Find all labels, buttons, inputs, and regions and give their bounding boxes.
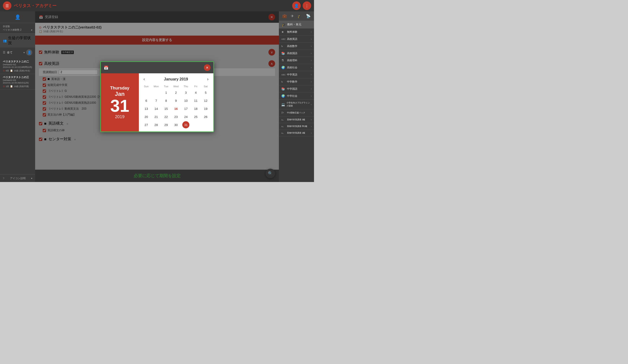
cal-cell-9[interactable]: 9 [172, 97, 179, 104]
cal-cell-14[interactable]: 14 [153, 105, 160, 112]
cal-cell-30[interactable]: 30 [172, 121, 179, 128]
chevron-down-icon: ▾ [31, 177, 32, 180]
cal-cell-23[interactable]: 23 [172, 113, 179, 120]
subject-icon: fx [281, 81, 286, 83]
cal-cell-7[interactable]: 7 [153, 97, 160, 104]
cal-cell-31-selected[interactable]: 31 [182, 121, 189, 128]
chevron-right-icon: › [311, 31, 312, 33]
cal-cell-18[interactable]: 18 [192, 105, 199, 112]
calendar-modal: 📅 ✕ Thursday Jan 31 2019 [100, 61, 214, 132]
subject-left: fx 中学数学 [281, 80, 297, 83]
cal-cell-24[interactable]: 24 [182, 113, 189, 120]
icon-explain-section[interactable]: ? アイコン説明 ▾ [0, 174, 35, 182]
subject-left: Aₑ 英検®対策講座 2級 [281, 132, 305, 135]
cal-cell-1[interactable]: 1 [162, 89, 170, 96]
subject-left: Aₑ 英検®対策講座 準2級 [281, 125, 307, 128]
cal-cell-29[interactable]: 29 [162, 121, 170, 128]
subject-item-mid-japanese[interactable]: 📚 中学国語 › [279, 85, 314, 92]
header-left: ☰ ベリタス・アカデミー [3, 1, 57, 10]
next-month-button[interactable]: › [205, 76, 211, 82]
cal-cell-8[interactable]: 8 [162, 97, 170, 104]
more-button[interactable]: ⋮ [303, 1, 311, 10]
cal-cell-12[interactable]: 12 [202, 97, 209, 104]
add-student-button[interactable]: 👤 [26, 49, 32, 56]
school-label: 学習塾 [3, 25, 32, 28]
cal-cell-20[interactable]: 20 [143, 113, 150, 120]
header-right: 👤 ⋮ [292, 1, 311, 10]
cal-cell-6[interactable]: 6 [143, 97, 150, 104]
modal-overlay: 📅 ✕ Thursday Jan 31 2019 [35, 11, 279, 182]
subject-item-eiken3[interactable]: Aₑ 英検®対策講座 3級 › [279, 117, 314, 123]
subject-item-high-science[interactable]: ⚗ 高校理科 › [279, 57, 314, 64]
cal-cell-3[interactable]: 3 [182, 89, 189, 96]
subject-item-free[interactable]: ★ 無料体験 › [279, 28, 314, 36]
subject-item-eiken2[interactable]: Aₑ 英検®対策講座 2級 › [279, 130, 314, 137]
chevron-down-icon: ▾ [23, 51, 25, 54]
graduation-icon[interactable]: 🎓 [297, 14, 302, 18]
cal-cell-25[interactable]: 25 [192, 113, 199, 120]
cal-cell-19[interactable]: 19 [202, 105, 209, 112]
cal-cell-17[interactable]: 17 [182, 105, 189, 112]
student-item[interactable]: ベリタステストニの二 (veritas02-02) 2019-01-15 16:… [0, 58, 35, 74]
subject-left: 💻 小学生向けプログラミング講座 [281, 101, 311, 107]
subject-left: ABC 中学英語 [281, 73, 297, 76]
cal-cell-5[interactable]: 5 [202, 89, 209, 96]
left-sidebar: 👤 学習塾 ベリタス体験塾 2 ▾ 👥 生徒の学習状況 ☰ 全て ▾ 👤 ベリタ… [0, 11, 35, 182]
filter-dropdown[interactable]: 全て [7, 51, 22, 55]
subject-item-exam-pack[interactable]: 🏳 中3受験応援パック › [279, 109, 314, 117]
cal-cell-4[interactable]: 4 [192, 89, 199, 96]
prev-month-button[interactable]: ‹ [142, 76, 147, 82]
subject-item-high-math[interactable]: fx 高校数学 › [279, 43, 314, 50]
subject-item-mid-math[interactable]: fx 中学数学 › [279, 78, 314, 85]
logo: ベリタス・アカデミー [14, 3, 57, 8]
radio-icon[interactable]: 📡 [306, 14, 311, 18]
subject-icon: ABC [281, 38, 286, 40]
cal-cell-11[interactable]: 11 [192, 97, 199, 104]
briefcase-icon[interactable]: 💼 [282, 14, 287, 18]
subject-name: 高校理科 [287, 59, 297, 62]
cal-cell-16-today[interactable]: 16 [172, 105, 179, 112]
cal-cell-27[interactable]: 27 [143, 121, 150, 128]
list-icon: ☰ [3, 51, 5, 54]
send-icon[interactable]: ✈ [291, 14, 294, 18]
subject-item-high-english[interactable]: ABC 高校英語 › [279, 36, 314, 43]
cal-cell-2[interactable]: 2 [172, 89, 179, 96]
calendar-close-button[interactable]: ✕ [204, 64, 211, 71]
subject-item-eiken-pre2[interactable]: Aₑ 英検®対策講座 準2級 › [279, 123, 314, 130]
student-age: 19歳 (高校卒業) [14, 85, 29, 88]
day-header-tue: Tue [161, 84, 171, 88]
subject-name: 中学数学 [287, 80, 297, 83]
subject-item-high-japanese[interactable]: 📚 高校国語 › [279, 50, 314, 57]
subject-item-programming[interactable]: 💻 小学生向けプログラミング講座 › [279, 100, 314, 109]
subject-left: 🌍 中学社会 [281, 94, 297, 98]
subject-name: 中学国語 [287, 87, 297, 91]
subject-name: 高校国語 [287, 52, 297, 55]
cal-cell-28[interactable]: 28 [153, 121, 160, 128]
cal-cell-empty [192, 121, 199, 128]
subject-name: 英検®対策講座 3級 [287, 118, 305, 121]
subject-item-high-social[interactable]: 🌍 高校社会 › [279, 64, 314, 71]
user-button[interactable]: 👤 [292, 1, 301, 10]
subject-item-mid-social[interactable]: 🌍 中学社会 › [279, 92, 314, 100]
school-dropdown[interactable]: ベリタス体験塾 2 ▾ [3, 28, 32, 32]
right-section-icon: 🎓 [282, 23, 286, 27]
cal-cell-13[interactable]: 13 [143, 105, 150, 112]
cal-cell-26[interactable]: 26 [202, 113, 209, 120]
cal-cell-15[interactable]: 15 [162, 105, 170, 112]
student-actions: ⊙ 1回 📋 19歳 (高校卒業) [3, 85, 32, 88]
chevron-right-icon: › [311, 103, 312, 106]
subject-icon: fx [281, 45, 286, 47]
cal-cell-22[interactable]: 22 [162, 113, 170, 120]
student-item[interactable]: ベリタステストニの三 (veritas02-03) 2019-01-16 09:… [0, 74, 35, 90]
chevron-right-icon: › [311, 87, 312, 90]
subject-left: 📚 中学国語 [281, 87, 297, 91]
subject-item-mid-english[interactable]: ABC 中学英語 › [279, 71, 314, 78]
cal-cell-10[interactable]: 10 [182, 97, 189, 104]
computer-icon: 💻 [281, 103, 285, 106]
chevron-right-icon: › [311, 59, 312, 62]
student-count: 1回 [6, 85, 9, 88]
clock-icon: ⊙ [3, 85, 5, 88]
cal-cell-21[interactable]: 21 [153, 113, 160, 120]
chevron-right-icon: › [311, 95, 312, 97]
hamburger-button[interactable]: ☰ [3, 1, 11, 10]
